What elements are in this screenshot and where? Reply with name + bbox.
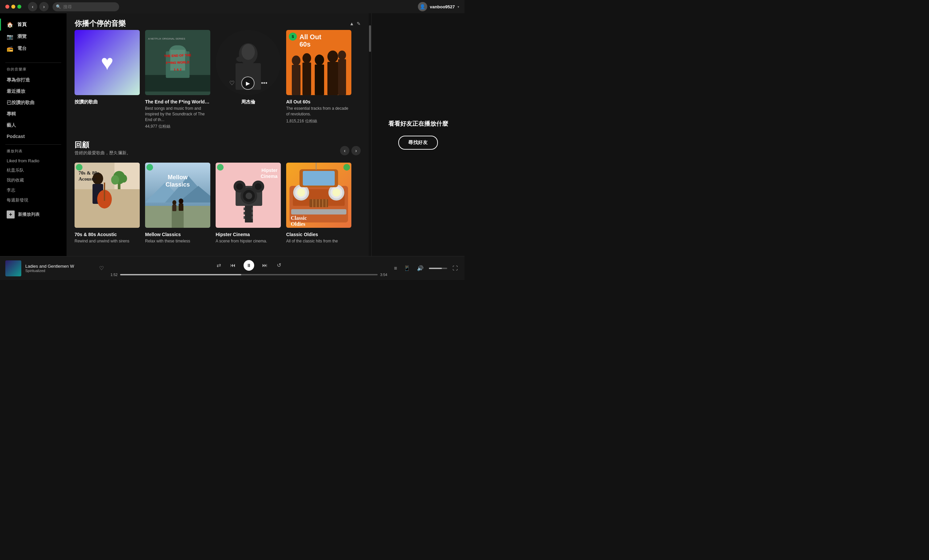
sidebar-playlist-my-collection[interactable]: 我的收藏 (0, 175, 67, 185)
shuffle-button[interactable]: ⇄ (215, 261, 222, 270)
sidebar-item-albums[interactable]: 專輯 (0, 109, 67, 120)
svg-point-17 (315, 55, 324, 65)
track-title: Ladies and Gentlemen W (25, 264, 94, 269)
hipster-desc: A scene from hipster cinema. (216, 239, 281, 244)
previous-button[interactable]: ⏮ (229, 261, 237, 270)
progress-bar-container: 1:52 3:54 (110, 273, 387, 277)
svg-point-12 (242, 44, 255, 60)
titlebar: ‹ › 🔍 👤 vanboo9527 ▾ (0, 0, 464, 13)
tefmw-title: The End of the F*ing World 1 & 2 (145, 99, 210, 104)
library-section-title: 你的音樂庫 (0, 66, 67, 73)
svg-point-21 (338, 50, 346, 60)
sidebar-item-radio[interactable]: 📻 電台 (0, 43, 67, 55)
svg-rect-46 (172, 205, 176, 211)
user-area[interactable]: 👤 vanboo9527 ▾ (418, 2, 459, 11)
sidebar-item-artists[interactable]: 藝人 (0, 120, 67, 131)
svg-rect-16 (327, 62, 338, 95)
section1-title: 你播个停的音樂 (75, 18, 126, 29)
find-friends-button[interactable]: 尋找好友 (398, 136, 438, 150)
sidebar-item-podcasts[interactable]: Podcast (0, 131, 67, 142)
sidebar: 🏠 首頁 📷 瀏覽 📻 電台 你的音樂庫 專為你打造 最近播放 已按讚的歌曲 專… (0, 13, 67, 256)
track-artist: Spiritualized (25, 269, 94, 273)
volume-button[interactable]: 🔊 (415, 264, 425, 273)
sidebar-nav: 🏠 首頁 📷 瀏覽 📻 電台 (0, 18, 67, 55)
card-tefmw[interactable]: THE END OF THE F**ING WORLD 1 & 2 A NETF… (145, 30, 210, 129)
sidebar-item-label: 最近播放 (7, 89, 25, 95)
section2-nav: ‹ › (340, 146, 361, 155)
section2-prev-btn[interactable]: ‹ (340, 146, 350, 155)
sidebar-playlist-hangai[interactable]: 杭盖乐队 (0, 165, 67, 175)
album-thumbnail (5, 260, 21, 276)
sidebar-playlist-li-zhi[interactable]: 李志 (0, 185, 67, 195)
svg-text:Oldies: Oldies (291, 221, 305, 227)
section2-title: 回顧 (75, 140, 131, 150)
forward-button[interactable]: › (39, 2, 49, 11)
content-scrollbar[interactable] (369, 13, 371, 256)
section2-next-btn[interactable]: › (351, 146, 361, 155)
svg-rect-64 (244, 216, 245, 219)
svg-text:70s & 80s: 70s & 80s (78, 170, 99, 176)
jay-heart-icon[interactable]: ♡ (229, 80, 235, 87)
classic-oldies-title: Classic Oldies (286, 232, 351, 237)
svg-point-60 (255, 183, 262, 190)
sidebar-item-home[interactable]: 🏠 首頁 (0, 18, 67, 31)
next-button[interactable]: ⏭ (261, 261, 269, 270)
svg-text:Classics: Classics (166, 181, 190, 188)
hipster-title: Hipster Cinema (216, 232, 281, 237)
like-track-button[interactable]: ♡ (98, 264, 105, 273)
current-time: 1:52 (110, 273, 118, 277)
collapse-icon[interactable]: ▲ (350, 21, 354, 26)
sidebar-item-made-for-you[interactable]: 專為你打造 (0, 75, 67, 86)
allout60-followers: 1,815,216 位粉絲 (286, 118, 351, 124)
sidebar-item-label: 專為你打造 (7, 77, 30, 83)
browse-icon: 📷 (7, 33, 13, 40)
progress-track[interactable] (120, 274, 377, 275)
scrollbar-thumb[interactable] (369, 25, 371, 52)
minimize-button[interactable] (11, 5, 15, 9)
search-input[interactable] (52, 2, 119, 11)
card-all-out-60s[interactable]: S All Out60s (286, 30, 351, 129)
card-liked-songs[interactable]: ♥ 按讚的歌曲 (75, 30, 140, 129)
progress-fill (120, 274, 241, 275)
card-mellow[interactable]: Mellow Classics Mellow Classics Relax wi… (145, 163, 210, 244)
mellow-art: Mellow Classics (145, 163, 210, 228)
volume-slider[interactable] (429, 268, 447, 269)
hipster-art: Hipster Cinema (216, 163, 281, 228)
jay-more-icon[interactable]: ••• (261, 80, 268, 87)
edit-icon[interactable]: ✎ (357, 21, 361, 26)
card-jay-chou[interactable]: ♡ ▶ ••• 周杰倫 (216, 30, 281, 129)
back-button[interactable]: ‹ (28, 2, 37, 11)
svg-rect-65 (251, 208, 253, 210)
devices-button[interactable]: 📱 (402, 264, 412, 273)
sidebar-item-browse[interactable]: 📷 瀏覽 (0, 31, 67, 43)
maximize-button[interactable] (17, 5, 21, 9)
friends-title: 看看好友正在播放什麼 (388, 120, 448, 128)
tefmw-desc: Best songs and music from and inspired b… (145, 106, 210, 122)
heart-icon: ♥ (101, 50, 113, 75)
card-70s80s[interactable]: 70s & 80s Acoustic 70s & 80s Acoustic Re… (75, 163, 140, 244)
sidebar-item-recent[interactable]: 最近播放 (0, 86, 67, 97)
sidebar-playlist-liked-radio[interactable]: Liked from Radio (0, 156, 67, 165)
liked-songs-bg: ♥ (75, 30, 140, 95)
content-area: 你播个停的音樂 ▲ ✎ ♥ (67, 13, 369, 256)
divider2 (5, 144, 61, 145)
jay-play-button[interactable]: ▶ (241, 77, 254, 90)
sidebar-item-label: 電台 (17, 46, 27, 52)
allout60-desc: The essential tracks from a decade of re… (286, 106, 351, 117)
close-button[interactable] (5, 5, 9, 9)
repeat-button[interactable]: ↺ (276, 261, 282, 270)
card-classic-oldies[interactable]: Classic Oldies Classic Oldies All of the… (286, 163, 351, 244)
section2-subtitle: 曾經的最愛歌曲，歷久彌新。 (75, 150, 131, 156)
fullscreen-button[interactable]: ⛶ (451, 264, 459, 273)
chevron-down-icon: ▾ (457, 5, 459, 9)
card-hipster[interactable]: Hipster Cinema Hipster Cinema A scene fr… (216, 163, 281, 244)
sidebar-item-liked-songs[interactable]: 已按讚的歌曲 (0, 97, 67, 109)
svg-point-23 (292, 55, 300, 66)
add-playlist-button[interactable]: + 新播放列表 (0, 208, 67, 221)
sidebar-playlist-weekly[interactable]: 每週新發現 (0, 195, 67, 205)
queue-button[interactable]: ≡ (392, 264, 398, 273)
play-pause-button[interactable]: ⏸ (244, 260, 254, 271)
section1-header: 你播个停的音樂 ▲ ✎ (75, 18, 361, 29)
album-art (5, 260, 21, 276)
tefmw-image: THE END OF THE F**ING WORLD 1 & 2 A NETF… (145, 30, 210, 95)
